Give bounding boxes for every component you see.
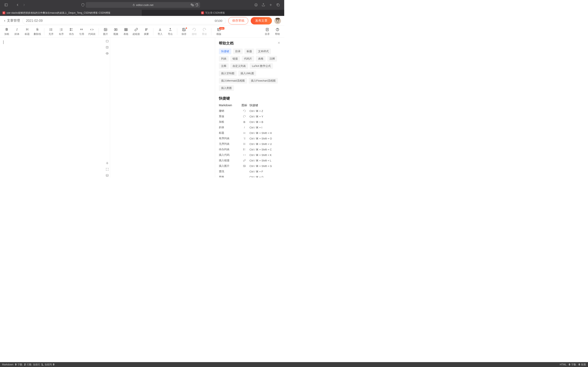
shortcut-row: 插入图片 Ctrl / ⌘ + Shift + G [219,164,281,168]
tab-title: 写文章-CSDN博客 [205,11,225,15]
back-to-articles[interactable]: 文章管理 [3,18,20,23]
shortcut-name: 插入链接 [219,159,239,162]
import-button[interactable]: 导入 [155,27,165,36]
unsaved-dot-icon [186,27,187,29]
abstract-button[interactable]: 摘要 [141,27,151,36]
shield-icon[interactable] [80,2,86,8]
translate-icon[interactable]: 文A [191,3,194,7]
editor-toolbar: B加粗 I斜体 H标题 S删除线 无序 123有序 待办 引用 代码块 图片 视… [0,26,284,38]
markdown-editor[interactable] [0,38,104,177]
close-help-button[interactable] [277,41,281,45]
new-tab-icon[interactable] [268,2,274,8]
help-button[interactable]: 帮助 [272,27,283,36]
download-icon[interactable] [253,2,259,8]
help-pill[interactable]: 链接 [230,56,240,62]
nav-back-icon[interactable] [15,2,20,8]
shortcut-icon [239,154,250,156]
svg-rect-16 [276,18,280,20]
shortcut-icon [239,142,250,145]
help-pill[interactable]: 快捷键 [219,49,231,54]
sidebar-toggle-icon[interactable] [3,2,9,8]
svg-rect-78 [243,149,244,149]
svg-rect-29 [70,28,71,29]
strike-button[interactable]: S删除线 [32,27,43,36]
preview-pane [110,38,215,177]
code-button[interactable]: 代码块 [87,27,97,36]
shortcut-row: 无序列表 Ctrl / ⌘ + Shift + U [219,142,281,146]
svg-point-58 [107,53,108,54]
shortcut-row: 标题 H Ctrl / ⌘ + Shift + H [219,131,281,135]
shortcut-keys: Ctrl / ⌘ + Shift + H [250,132,281,134]
svg-rect-37 [125,28,127,31]
shortcut-icon: B [239,120,250,124]
help-pill[interactable]: 列表 [219,56,229,62]
publish-button[interactable]: 发布文章 [251,17,272,25]
export-button[interactable]: 导出 [165,27,175,36]
toc-button[interactable]: 目录 [262,27,272,36]
tab-title: use stacks能够把很多相似的文件叠加在macos的桌面上_Dequn_T… [7,11,111,15]
image-button[interactable]: 图片 [100,27,111,36]
help-pill[interactable]: 目录 [233,49,243,54]
ol-button[interactable]: 123有序 [56,27,66,36]
help-pill[interactable]: 注释 [219,63,229,69]
help-pill[interactable]: 表格 [256,56,266,62]
help-pill[interactable]: 插入Mermaid流程图 [219,78,247,83]
address-bar[interactable]: editor.csdn.net 文A [86,2,200,8]
heading-button[interactable]: H标题 [22,27,32,36]
site-favicon-icon: C [2,11,5,14]
back-label: 文章管理 [7,18,20,23]
link-button[interactable]: 超链接 [131,27,141,36]
svg-rect-2 [133,5,134,6]
help-pill[interactable]: 自定义列表 [230,63,248,69]
help-pill[interactable]: 插入Flowchart流程图 [249,78,278,83]
help-pill[interactable]: 注脚 [267,56,277,62]
template-button[interactable]: new模版 [213,27,225,36]
ul-button[interactable]: 无序 [46,27,56,36]
help-pill[interactable]: 文本样式 [256,49,271,54]
view-controls [104,38,110,177]
browser-tab[interactable]: C 写文章-CSDN博客 [142,10,284,16]
tabs-overview-icon[interactable] [275,2,281,8]
shortcut-keys: Ctrl / ⌘ + Shift + G [250,165,281,167]
new-badge: new [219,27,224,30]
single-pane-icon[interactable] [105,40,109,44]
url-text: editor.csdn.net [136,3,154,7]
reload-icon[interactable] [195,3,199,7]
page-header: 文章管理 0/100 保存草稿 发布文章 [0,16,284,26]
help-pill[interactable]: 插入类图 [219,85,234,91]
table-button[interactable]: 表格 [121,27,131,36]
sync-scroll-icon[interactable] [105,161,109,166]
browser-toolbar: editor.csdn.net 文A [0,0,284,10]
svg-point-15 [278,20,279,21]
save-button[interactable]: 保存 [179,27,189,36]
shortcut-keys: Ctrl / ⌘ + Y [250,115,281,118]
help-pill[interactable]: 标题 [244,49,254,54]
shortcut-name: 标题 [219,131,239,135]
svg-point-14 [276,20,277,21]
help-pill[interactable]: 插入UML图 [238,71,256,76]
undo-button: 撤销 [189,27,199,36]
save-draft-button[interactable]: 保存草稿 [228,17,248,25]
italic-button[interactable]: I斜体 [12,27,22,36]
user-avatar[interactable] [274,17,281,24]
browser-tab[interactable]: C use stacks能够把很多相似的文件叠加在macos的桌面上_Dequn… [0,10,142,16]
todo-button[interactable]: 待办 [66,27,77,36]
shortcut-keys: Ctrl / ⌘ + Z [250,109,281,113]
title-input[interactable] [26,19,215,23]
shortcut-keys: Ctrl / ⌘ + F [250,170,281,173]
redo-button: 重做 [199,27,209,36]
lock-icon [132,4,135,6]
help-pill[interactable]: 代码片 [242,56,254,62]
bottombar-toggle-icon[interactable] [105,174,109,177]
help-pill[interactable]: LaTeX 数学公式 [250,63,273,69]
help-categories: 快捷键目录标题文本样式列表链接代码片表格注脚注释自定义列表LaTeX 数学公式插… [219,49,281,91]
preview-eye-icon[interactable] [105,52,109,56]
shortcut-name: 待办列表 [219,148,239,151]
share-icon[interactable] [260,2,266,8]
help-pill[interactable]: 插入甘特图 [219,71,237,76]
split-pane-icon[interactable] [105,46,109,50]
quote-button[interactable]: 引用 [77,27,87,36]
fullscreen-icon[interactable] [105,167,109,172]
bold-button[interactable]: B加粗 [2,27,12,36]
video-button[interactable]: 视频 [111,27,121,36]
